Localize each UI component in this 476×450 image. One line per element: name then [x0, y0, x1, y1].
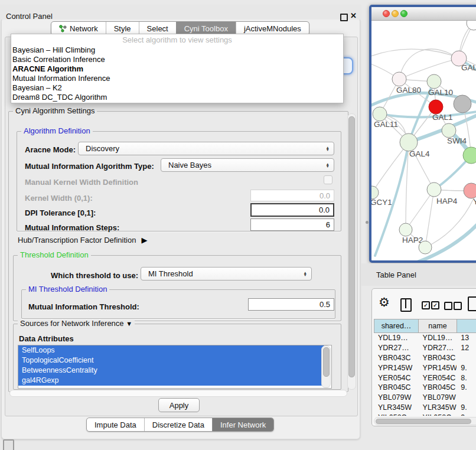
- column-header-2[interactable]: [457, 319, 476, 333]
- mi-steps-field[interactable]: 6: [250, 219, 334, 231]
- tab-cyni-toolbox[interactable]: Cyni Toolbox: [176, 22, 236, 35]
- node-hap4[interactable]: [427, 182, 441, 197]
- node-label-gal4: GAL4: [409, 149, 430, 158]
- node-hap2[interactable]: [399, 223, 412, 236]
- table-row[interactable]: YDR27…YDR27…12: [374, 343, 476, 353]
- node-gal11[interactable]: [373, 107, 387, 121]
- kernel-width-value: 0.0: [319, 191, 330, 200]
- tab-jactivemnodules[interactable]: jActiveMNodules: [236, 22, 309, 35]
- tab-discretize-data[interactable]: Discretize Data: [144, 418, 212, 431]
- tab-network[interactable]: Network: [51, 22, 106, 35]
- mi-steps-label: Mutual Information Steps:: [25, 223, 119, 232]
- node-gal1[interactable]: [429, 100, 443, 114]
- node-label-gal10: GAL10: [428, 88, 453, 97]
- tab-impute-data[interactable]: Impute Data: [87, 418, 144, 431]
- zoom-window-icon[interactable]: [400, 10, 407, 17]
- table-row[interactable]: YDL19…YDL19…13: [374, 333, 476, 343]
- algorithm-option-bayesian-hill-climbing[interactable]: Bayesian – Hill Climbing: [11, 45, 343, 55]
- attribute-item-topologicalcoefficient[interactable]: TopologicalCoefficient: [18, 356, 324, 366]
- checked-box-icon[interactable]: ✓: [422, 301, 430, 309]
- hub-definition-section[interactable]: Hub/Transcription Factor Definition ▶: [18, 236, 147, 244]
- node-partial-top-node[interactable]: [467, 21, 476, 30]
- algorithm-option-aracne-algorithm[interactable]: ARACNE Algorithm: [11, 64, 343, 74]
- kernel-width-field: 0.0: [250, 190, 334, 201]
- tab-style[interactable]: Style: [106, 22, 139, 35]
- table-hscrollbar-thumb[interactable]: [376, 419, 471, 424]
- table-cell: YBR043C: [374, 354, 419, 362]
- which-threshold-select[interactable]: MI Threshold ▲▼: [141, 267, 312, 281]
- node-gal4[interactable]: [400, 133, 418, 151]
- apply-button[interactable]: Apply: [158, 398, 200, 412]
- control-panel-titlebar: Control Panel ✕: [0, 5, 361, 19]
- table-cell: YIL052C: [419, 413, 457, 416]
- data-attributes-list[interactable]: SelfLoopsTopologicalCoefficientBetweenne…: [18, 345, 332, 389]
- settings-hscrollbar[interactable]: [9, 390, 347, 397]
- float-panel-icon[interactable]: [340, 14, 348, 21]
- close-window-icon[interactable]: [383, 10, 390, 17]
- tab-select[interactable]: Select: [139, 22, 176, 35]
- columns-icon[interactable]: [400, 298, 412, 312]
- attribute-item-selfloops[interactable]: SelfLoops: [18, 345, 324, 356]
- mi-threshold-field[interactable]: 0.5: [248, 298, 334, 311]
- table-row[interactable]: YER054CYER054C8.: [374, 373, 476, 383]
- close-panel-icon[interactable]: ✕: [350, 11, 357, 20]
- unchecked-box-icon[interactable]: [454, 302, 462, 310]
- table-row[interactable]: YBR045CYBR045C9.: [374, 383, 476, 393]
- node-gray-node[interactable]: [454, 95, 471, 113]
- algorithm-option-bayesian-k2[interactable]: Bayesian – K2: [11, 83, 343, 93]
- algorithm-dropdown-popup: Select algorithm to view settings Bayesi…: [11, 34, 344, 103]
- table-cell: 9.: [457, 413, 476, 416]
- table-row[interactable]: YLR345WYLR345W9.: [374, 403, 476, 413]
- chevron-down-icon: ▼: [126, 320, 132, 327]
- attribute-item-betweennesscentrality[interactable]: BetweennessCentrality: [18, 366, 324, 376]
- minimized-panel-icon[interactable]: [3, 439, 14, 450]
- aracne-mode-select[interactable]: Discovery ▲▼: [78, 142, 334, 155]
- checked-box-icon[interactable]: ✓: [431, 301, 439, 309]
- network-edge[interactable]: [425, 190, 434, 247]
- splitter-handle[interactable]: [366, 221, 369, 224]
- sources-title-row[interactable]: Sources for Network Inference ▼: [18, 319, 135, 328]
- column-header-name[interactable]: name: [419, 319, 457, 333]
- minimize-window-icon[interactable]: [392, 10, 399, 17]
- mi-algorithm-type-select[interactable]: Naive Bayes ▲▼: [161, 158, 334, 172]
- node-bottom-node[interactable]: [419, 241, 432, 254]
- tab-label: Style: [114, 24, 131, 33]
- network-edge[interactable]: [399, 58, 459, 79]
- dpi-tolerance-field[interactable]: 0.0: [250, 203, 334, 217]
- table-row[interactable]: YBL079WYBL079W: [374, 393, 476, 403]
- column-header-shared[interactable]: shared…: [374, 319, 419, 333]
- settings-scrollbar[interactable]: [347, 113, 356, 390]
- attribute-item-gal4rgexp[interactable]: gal4RGexp: [18, 376, 324, 386]
- tab-label: Network: [70, 24, 98, 33]
- apply-button-label: Apply: [169, 401, 189, 410]
- algorithm-option-basic-correlation-inference[interactable]: Basic Correlation Inference: [11, 55, 343, 64]
- node-y[interactable]: [464, 183, 476, 198]
- attributes-scrollbar-thumb[interactable]: [323, 347, 330, 377]
- node-label-y: Y: [473, 197, 476, 206]
- settings-scrollbar-thumb[interactable]: [348, 116, 355, 377]
- network-canvas[interactable]: GALGAL80GAL10GAL1GAL11SWI4GAL4GCY1HAP4YH…: [371, 21, 476, 263]
- node-gal10[interactable]: [427, 74, 441, 89]
- algorithm-option-dream8-dc-tdc-algorithm[interactable]: Dream8 DC_TDC Algorithm: [11, 93, 343, 102]
- mi-algorithm-type-value: Naive Bayes: [168, 161, 211, 169]
- table-row[interactable]: YPR145WYPR145W9.: [374, 363, 476, 373]
- network-edge[interactable]: [399, 49, 459, 79]
- attributes-scrollbar[interactable]: [321, 345, 331, 388]
- network-edge[interactable]: [425, 198, 474, 247]
- document-icon[interactable]: [468, 296, 476, 311]
- algorithm-option-mutual-information-inference[interactable]: Mutual Information Inference: [11, 74, 343, 83]
- dpi-tolerance-value: 0.0: [319, 206, 330, 214]
- table-hscrollbar[interactable]: [374, 417, 476, 425]
- node-swi4[interactable]: [442, 123, 456, 138]
- gear-icon[interactable]: ⚙: [379, 296, 390, 309]
- node-gcy1[interactable]: [371, 186, 379, 199]
- tab-infer-network[interactable]: Infer Network: [212, 418, 273, 431]
- node-label-gcy1: GCY1: [371, 198, 392, 207]
- table-body: YDL19…YDL19…13YDR27…YDR27…12YBR043CYBR04…: [374, 333, 476, 416]
- unchecked-box-icon[interactable]: [444, 302, 452, 310]
- network-view-window[interactable]: GALGAL80GAL10GAL1GAL11SWI4GAL4GCY1HAP4YH…: [369, 5, 476, 263]
- table-row[interactable]: YIL052CYIL052C9.: [374, 412, 476, 416]
- table-row[interactable]: YBR043CYBR043C: [374, 353, 476, 363]
- node-gal80[interactable]: [392, 72, 406, 86]
- control-panel-title: Control Panel: [6, 12, 53, 21]
